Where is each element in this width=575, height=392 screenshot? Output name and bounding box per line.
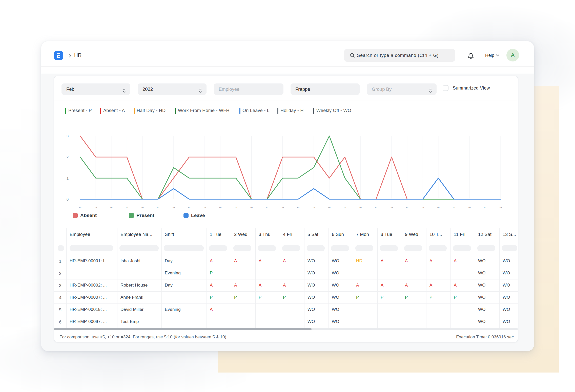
svg-text:...: ... xyxy=(219,204,221,208)
svg-text:...: ... xyxy=(110,204,112,208)
svg-text:...: ... xyxy=(141,204,143,208)
svg-text:2: 2 xyxy=(67,155,69,159)
svg-text:...: ... xyxy=(266,204,268,208)
svg-text:1: 1 xyxy=(67,176,69,180)
svg-text:0: 0 xyxy=(67,197,69,201)
svg-text:...: ... xyxy=(406,204,408,208)
svg-text:...: ... xyxy=(250,204,253,208)
svg-text:...: ... xyxy=(157,204,159,208)
svg-text:...: ... xyxy=(453,204,455,208)
svg-text:...: ... xyxy=(468,204,470,208)
svg-text:...: ... xyxy=(359,204,362,208)
svg-text:...: ... xyxy=(484,204,486,208)
svg-text:...: ... xyxy=(499,204,502,208)
svg-text:...: ... xyxy=(235,204,237,208)
svg-text:...: ... xyxy=(95,204,97,208)
svg-text:...: ... xyxy=(344,204,346,208)
svg-text:...: ... xyxy=(313,204,315,208)
svg-text:...: ... xyxy=(297,204,299,208)
svg-text:...: ... xyxy=(172,204,175,208)
svg-text:...: ... xyxy=(79,204,81,208)
svg-text:...: ... xyxy=(422,204,424,208)
svg-text:...: ... xyxy=(437,204,439,208)
svg-text:3: 3 xyxy=(67,134,69,138)
svg-text:...: ... xyxy=(391,204,393,208)
svg-text:...: ... xyxy=(188,204,190,208)
svg-text:...: ... xyxy=(375,204,377,208)
svg-text:...: ... xyxy=(281,204,284,208)
svg-text:...: ... xyxy=(126,204,128,208)
svg-text:...: ... xyxy=(203,204,206,208)
svg-text:...: ... xyxy=(328,204,331,208)
